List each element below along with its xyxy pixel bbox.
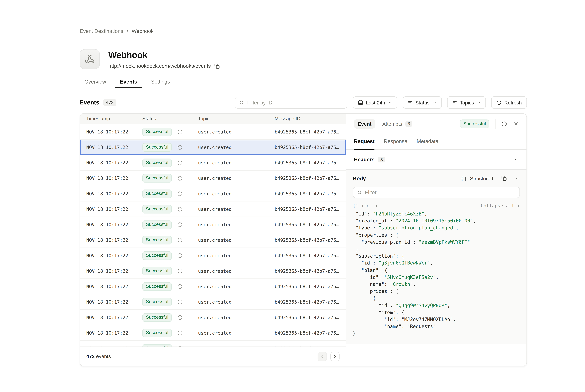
table-body: NOV 18 10:17:22 Successful user.created … [80,124,346,347]
event-row[interactable]: NOV 18 10:17:22 Successful user.created … [80,124,346,140]
breadcrumb-current[interactable]: Webhook [132,28,154,34]
collapse-all-button[interactable]: Collapse all ↑ [481,203,520,208]
tab-events[interactable]: Events [115,77,142,88]
detail-tab-event[interactable]: Event [354,119,375,129]
row-topic: user.created [198,222,275,227]
row-retry-button[interactable] [177,160,182,165]
subtab-request[interactable]: Request [354,134,374,149]
body-header: Body {} Structured [346,170,526,187]
row-message-id: b4925365-b8cf-42b7-a76… [274,222,346,227]
retry-icon [177,206,182,212]
retry-icon [501,121,507,127]
row-message-id: b4925365-b8cf-42b7-a76… [274,191,346,196]
copy-icon [214,63,220,69]
event-row[interactable]: NOV 18 10:17:22 Successful user.created … [80,248,346,263]
event-row[interactable]: NOV 18 10:17:22 Successful user.created … [80,155,346,170]
row-message-id: b4925365-b8cf-42b7-a76… [274,160,346,165]
headers-section-toggle[interactable]: Headers 3 [346,150,526,170]
row-retry-button[interactable] [177,191,182,196]
row-status-badge: Successful [142,174,172,182]
collapse-body-button[interactable] [515,176,520,181]
row-message-id: b4925365-b8cf-42b7-a76… [274,237,346,242]
event-detail-panel: Event Attempts 3 Successful Request Resp… [346,114,526,366]
webhook-events-page: Event Destinations / Webhook Webhook htt… [0,0,585,392]
event-row[interactable]: NOV 18 10:17:22 Successful user.created … [80,294,346,310]
body-section: Body {} Structured [346,170,526,344]
next-page-button[interactable] [330,352,340,361]
row-retry-button[interactable] [177,253,182,258]
json-viewer: "id": "P2NoRtyZoTc46X3B", "created_at": … [353,210,520,337]
event-row[interactable]: NOV 18 10:17:22 Successful user.created … [80,140,346,155]
event-row[interactable]: NOV 18 10:17:22 Successful user.created … [80,202,346,217]
row-topic: user.created [198,237,275,242]
retry-icon [177,253,182,258]
copy-body-button[interactable] [501,176,507,181]
row-retry-button[interactable] [177,299,182,304]
row-topic: user.created [198,299,275,304]
topics-filter-button[interactable]: Topics [447,96,486,109]
body-filter-input[interactable] [365,190,515,195]
row-retry-button[interactable] [177,129,182,134]
attempts-count-badge: 3 [405,121,412,127]
filter-by-id-input[interactable] [247,100,343,106]
event-row[interactable]: NOV 18 10:17:22 Successful user.created … [80,263,346,279]
event-row[interactable]: NOV 18 10:17:22 Successful user.created … [80,279,346,294]
retry-icon [177,175,182,181]
subtab-metadata[interactable]: Metadata [417,134,438,149]
row-timestamp: NOV 18 10:17:22 [86,144,142,150]
row-retry-button[interactable] [177,268,182,274]
divider [495,119,496,129]
event-row[interactable]: NOV 18 10:17:22 Successful user.created … [80,310,346,325]
structured-toggle[interactable]: {} Structured [461,175,493,181]
row-topic: user.created [198,253,275,258]
copy-url-button[interactable] [214,63,220,69]
filter-lines-icon [452,100,457,105]
row-timestamp: NOV 18 10:17:22 [86,330,142,336]
row-timestamp: NOV 18 10:17:22 [86,222,142,227]
tab-overview[interactable]: Overview [80,77,111,88]
status-filter-button[interactable]: Status [402,96,442,109]
events-count-pill: 472 [103,99,116,106]
row-retry-button[interactable] [177,237,182,242]
date-range-button[interactable]: Last 24h [353,96,397,109]
event-row[interactable]: NOV 18 10:17:22 Successful user.created … [80,217,346,232]
tab-settings[interactable]: Settings [146,77,175,88]
retry-icon [177,237,182,242]
refresh-button[interactable]: Refresh [492,96,527,109]
event-row[interactable]: NOV 18 10:17:22 Successful user.created … [80,232,346,248]
row-topic: user.created [198,175,275,181]
row-retry-button[interactable] [177,284,182,289]
retry-event-button[interactable] [501,121,507,127]
row-retry-button[interactable] [177,175,182,181]
row-status-badge: Successful [142,313,172,322]
breadcrumb-parent[interactable]: Event Destinations [80,28,123,34]
endpoint-url: http://mock.hookdeck.com/webhooks/events [108,63,211,69]
event-row[interactable]: NOV 18 10:17:22 Successful user.created … [80,325,346,341]
close-panel-button[interactable] [513,121,519,126]
row-timestamp: NOV 18 10:17:22 [86,175,142,181]
prev-page-button[interactable] [318,352,327,361]
row-retry-button[interactable] [177,144,182,150]
row-message-id: b4925365-b8cf-42b7-a76… [274,144,346,150]
event-row[interactable]: NOV 18 10:17:22 Successful user.created … [80,341,346,347]
root-item-toggle[interactable]: {1 item ↑ [353,203,378,208]
row-topic: user.created [198,206,275,212]
filter-lines-icon [408,100,413,105]
events-total: 472 events [86,354,111,359]
detail-tab-attempts[interactable]: Attempts 3 [382,121,412,127]
filter-by-id-search[interactable] [235,96,347,108]
event-row[interactable]: NOV 18 10:17:22 Successful user.created … [80,170,346,186]
row-retry-button[interactable] [177,206,182,212]
row-retry-button[interactable] [177,330,182,336]
row-retry-button[interactable] [177,315,182,320]
detail-sub-tabs: Request Response Metadata [346,134,526,150]
body-filter-search[interactable] [353,187,520,198]
retry-icon [177,268,182,274]
retry-icon [177,299,182,304]
event-row[interactable]: NOV 18 10:17:22 Successful user.created … [80,186,346,202]
chevron-down-icon [432,100,436,104]
subtab-response[interactable]: Response [384,134,408,149]
row-topic: user.created [198,284,275,289]
chevron-right-icon [333,354,337,359]
row-retry-button[interactable] [177,222,182,227]
